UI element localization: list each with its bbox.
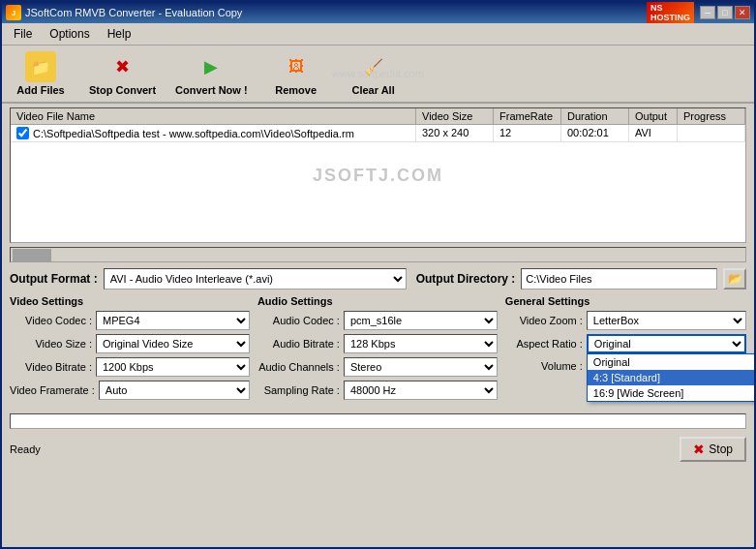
menu-help[interactable]: Help (100, 25, 139, 43)
file-progress (678, 125, 745, 141)
file-output: AVI (629, 125, 678, 141)
file-size: 320 x 240 (416, 125, 494, 141)
header-filename: Video File Name (11, 108, 416, 124)
main-window: J JSoftCom RMVB Converter - Evaluation C… (0, 0, 756, 549)
header-size: Video Size (416, 108, 494, 124)
header-progress: Progress (678, 108, 745, 124)
menu-file[interactable]: File (6, 25, 40, 43)
audio-bitrate-select[interactable]: 128 Kbps 64 Kbps 192 Kbps (344, 334, 498, 353)
video-settings-column: Video Settings Video Codec : MPEG4 H264 … (10, 295, 250, 404)
audio-codec-select[interactable]: pcm_s16le mp3 aac (344, 311, 498, 330)
progress-bar-container (10, 413, 746, 429)
audio-sampling-label: Sampling Rate : (257, 384, 340, 396)
video-settings-title: Video Settings (10, 295, 250, 307)
remove-button[interactable]: 🖼 Remove (267, 51, 325, 96)
header-framerate: FrameRate (494, 108, 561, 124)
volume-label: Volume : (505, 360, 583, 372)
clear-all-icon: 🧹 (358, 51, 389, 82)
maximize-button[interactable]: □ (717, 6, 733, 19)
add-files-button[interactable]: 📁 Add Files (12, 51, 70, 96)
add-files-icon: 📁 (25, 51, 56, 82)
stop-button-label: Stop (709, 442, 733, 456)
convert-now-button[interactable]: ▶ Convert Now ! (175, 51, 248, 96)
output-directory-input[interactable] (521, 268, 717, 290)
video-bitrate-label: Video Bitrate : (10, 361, 92, 373)
minimize-button[interactable]: ─ (700, 6, 715, 19)
audio-settings-column: Audio Settings Audio Codec : pcm_s16le m… (257, 295, 498, 404)
audio-channels-select[interactable]: Stereo Mono (344, 357, 498, 377)
title-bar: J JSoftCom RMVB Converter - Evaluation C… (2, 2, 754, 23)
file-name: C:\Softpedia\Softpedia test - www.softpe… (33, 128, 354, 139)
file-duration: 00:02:01 (561, 125, 629, 141)
menu-bar: File Options Help (2, 23, 754, 46)
video-framerate-label: Video Framerate : (10, 384, 95, 396)
file-checkbox[interactable] (16, 127, 29, 139)
output-format-select[interactable]: AVI - Audio Video Interleave (*.avi) MP4… (104, 268, 407, 290)
video-bitrate-select[interactable]: 1200 Kbps 800 Kbps 2000 Kbps (96, 357, 250, 377)
stop-button[interactable]: ✖ Stop (680, 437, 746, 462)
file-framerate: 12 (494, 125, 561, 141)
aspect-option-169[interactable]: 16:9 [Wide Screen] (588, 385, 756, 401)
video-codec-label: Video Codec : (10, 315, 92, 326)
menu-options[interactable]: Options (42, 25, 97, 43)
file-list-container: Video File Name Video Size FrameRate Dur… (10, 107, 746, 243)
aspect-option-43[interactable]: 4:3 [Standard] (588, 370, 756, 385)
video-codec-select[interactable]: MPEG4 H264 XVID (96, 311, 250, 330)
video-framerate-select[interactable]: Auto 15 25 30 (99, 381, 250, 400)
horizontal-scrollbar[interactable] (10, 247, 746, 262)
ns-logo: NSHOSTING (647, 1, 694, 24)
stop-icon: ✖ (693, 442, 705, 457)
header-output: Output (629, 108, 678, 124)
output-format-label: Output Format : (10, 272, 98, 286)
convert-now-icon: ▶ (196, 51, 227, 82)
list-watermark: JSOFTJ.COM (313, 166, 443, 186)
toolbar: 📁 Add Files ✖ Stop Convert www.softpedia… (2, 46, 754, 104)
video-size-select[interactable]: Original Video Size 320x240 640x480 (96, 334, 250, 353)
stop-convert-button[interactable]: ✖ Stop Convert (89, 51, 156, 96)
general-settings-column: General Settings Video Zoom : LetterBox … (505, 295, 746, 404)
browse-button[interactable]: 📂 (723, 268, 746, 290)
aspect-ratio-dropdown[interactable]: Original 4:3 [Standard] 16:9 [Wide Scree… (587, 353, 756, 402)
settings-area: Output Format : AVI - Audio Video Interl… (2, 262, 754, 410)
audio-channels-label: Audio Channels : (257, 361, 340, 373)
clear-all-button[interactable]: 🧹 Clear All (345, 51, 403, 96)
aspect-option-original[interactable]: Original (588, 354, 756, 370)
audio-settings-title: Audio Settings (257, 295, 498, 307)
output-directory-label: Output Directory : (416, 272, 516, 286)
file-list-header: Video File Name Video Size FrameRate Dur… (11, 108, 745, 125)
video-size-label: Video Size : (10, 338, 92, 350)
audio-sampling-select[interactable]: 48000 Hz 44100 Hz 22050 Hz (344, 381, 498, 400)
status-text: Ready (10, 443, 41, 455)
close-button[interactable]: ✕ (735, 6, 750, 19)
video-zoom-select[interactable]: LetterBox Pan&Scan None (587, 311, 746, 330)
audio-codec-label: Audio Codec : (257, 315, 340, 326)
stop-convert-icon: ✖ (107, 51, 138, 82)
aspect-ratio-select[interactable]: Original 4:3 [Standard] 16:9 [Wide Scree… (587, 334, 746, 353)
header-duration: Duration (561, 108, 629, 124)
audio-bitrate-label: Audio Bitrate : (257, 338, 340, 350)
app-logo: J (6, 5, 21, 20)
remove-icon: 🖼 (281, 51, 312, 82)
aspect-ratio-container: Original 4:3 [Standard] 16:9 [Wide Scree… (587, 334, 746, 353)
table-row: C:\Softpedia\Softpedia test - www.softpe… (11, 125, 745, 142)
window-title: JSoftCom RMVB Converter - Evaluation Cop… (25, 7, 242, 18)
bottom-bar: Ready ✖ Stop (2, 433, 754, 466)
aspect-ratio-label: Aspect Ratio : (505, 338, 583, 350)
general-settings-title: General Settings (505, 295, 746, 307)
video-zoom-label: Video Zoom : (505, 315, 583, 326)
